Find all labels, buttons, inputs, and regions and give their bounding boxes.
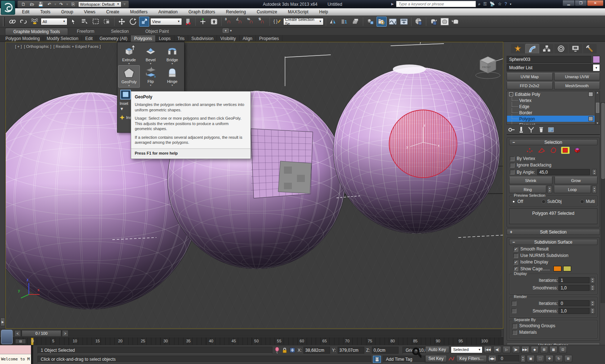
update-options-rollout-header[interactable]: −Update Options: [507, 342, 600, 345]
add-keys-icon[interactable]: ⊞: [540, 346, 548, 353]
display-smoothness-field[interactable]: 1,0: [559, 285, 590, 291]
display-iterations-spinner[interactable]: ▲▼: [590, 277, 595, 283]
motion-tab[interactable]: [554, 44, 568, 53]
reference-coordinate-dropdown[interactable]: View▼: [150, 18, 182, 25]
ring-button[interactable]: Ring: [509, 186, 546, 193]
inset-dropdown-arrow[interactable]: ▼: [120, 106, 124, 111]
viewcube[interactable]: FRONT: [473, 52, 502, 81]
stack-item-edge[interactable]: Edge: [507, 103, 595, 110]
extrude-tool[interactable]: Extrude▼: [118, 44, 140, 65]
menu-item[interactable]: Rendering: [221, 8, 251, 15]
edge-subobject-icon[interactable]: [537, 147, 546, 154]
x-coordinate-field[interactable]: 38,682cm: [303, 347, 330, 354]
unlink-selection-icon[interactable]: [18, 17, 28, 27]
select-by-name-icon[interactable]: [80, 17, 90, 27]
new-key-curve-icon[interactable]: [448, 355, 455, 362]
open-file-button[interactable]: 🗁: [28, 1, 36, 7]
ribbon-subtab[interactable]: Loops: [156, 35, 174, 42]
viewport-layout-corner-button[interactable]: [1, 330, 13, 344]
by-angle-field[interactable]: 45,0: [537, 169, 590, 175]
shrink-button[interactable]: Shrink: [509, 177, 552, 184]
cage-color-swatch-2[interactable]: [563, 266, 571, 271]
expand-panel-arrow[interactable]: ▶: [0, 318, 5, 326]
search-icon[interactable]: ⌕: [478, 1, 481, 6]
workspace-dropdown[interactable]: Workspace: Default▼: [78, 1, 121, 7]
viewport-menu-plus[interactable]: [ + ]: [15, 44, 22, 49]
bridge-dropdown-arrow[interactable]: ▼: [171, 62, 174, 65]
mirror-icon[interactable]: [328, 17, 338, 27]
display-tab[interactable]: [569, 44, 582, 53]
orbit-view-icon[interactable]: ↻: [555, 355, 563, 362]
graphite-ribbon-toggle-icon[interactable]: [365, 17, 375, 27]
flip-tool[interactable]: Flip▼: [140, 65, 161, 88]
ribbon-tab[interactable]: Object Paint: [137, 28, 177, 35]
previous-frame-button[interactable]: ◀|: [493, 346, 501, 353]
smooth-result-checkbox[interactable]: ✓: [513, 247, 518, 252]
named-selection-dropdown[interactable]: Create Selection Se▼: [283, 18, 324, 25]
object-name-field[interactable]: Sphere003: [507, 56, 591, 63]
menu-item[interactable]: Modifiers: [125, 8, 153, 15]
ribbon-subtab[interactable]: Polygons: [131, 35, 155, 42]
selection-filter-dropdown[interactable]: All▼: [41, 18, 67, 25]
previous-frame-arrow[interactable]: <: [14, 330, 21, 337]
ribbon-tab[interactable]: Selection: [103, 28, 137, 35]
bevel-tool[interactable]: Bevel▼: [140, 44, 161, 65]
stack-scrollbar[interactable]: ▲▼: [595, 91, 600, 124]
qat-customize-arrow[interactable]: ▼: [123, 2, 126, 6]
key-filters-button[interactable]: Key Filters...: [456, 355, 487, 362]
grow-button[interactable]: Grow: [555, 177, 598, 184]
absolute-offset-toggle-icon[interactable]: [289, 347, 296, 354]
ignore-backfacing-checkbox[interactable]: [510, 163, 515, 168]
ribbon-subtab[interactable]: Visibility: [217, 35, 239, 42]
menu-item[interactable]: Edit: [17, 8, 35, 15]
modify-tab[interactable]: [525, 44, 539, 53]
render-smoothness-field[interactable]: 1,0: [559, 308, 590, 314]
extrude-dropdown-arrow[interactable]: ▼: [128, 62, 130, 65]
maximize-button[interactable]: ❐: [575, 0, 587, 6]
curve-editor-icon[interactable]: [388, 17, 398, 27]
frame-spinner[interactable]: ▲▼: [521, 355, 525, 362]
search-input[interactable]: [396, 1, 476, 7]
window-crossing-toggle-icon[interactable]: [102, 17, 112, 27]
menu-item[interactable]: Customize: [251, 8, 283, 15]
configure-modifier-sets-icon[interactable]: [548, 126, 555, 133]
selection-rollout-header[interactable]: −Selection: [509, 139, 597, 145]
set-key-button[interactable]: Set Key: [425, 355, 447, 362]
isoline-display-checkbox[interactable]: ✓: [513, 260, 518, 265]
stack-onoff-swatch[interactable]: [588, 116, 593, 121]
use-pivot-point-icon[interactable]: [183, 17, 193, 27]
selection-lock-icon[interactable]: [282, 347, 288, 354]
modifier-list-dropdown[interactable]: Modifier List ▼: [507, 64, 600, 71]
selection-lock-balloon-icon[interactable]: [274, 347, 280, 354]
auto-key-button[interactable]: Auto Key: [425, 346, 449, 353]
render-iterations-checkbox[interactable]: [512, 301, 516, 306]
by-vertex-checkbox[interactable]: [510, 156, 515, 161]
by-angle-spinner[interactable]: ▲▼: [592, 169, 597, 175]
select-object-icon[interactable]: [68, 17, 79, 27]
menu-item[interactable]: Tools: [35, 8, 56, 15]
display-iterations-field[interactable]: 1: [559, 277, 590, 283]
z-coordinate-field[interactable]: 0,0cm: [372, 347, 399, 354]
render-smoothness-checkbox[interactable]: [512, 308, 516, 313]
hierarchy-tab[interactable]: [540, 44, 553, 53]
scene-explorer-icon[interactable]: [377, 17, 387, 27]
hinge-tool[interactable]: Hinge▼: [161, 65, 183, 88]
time-slider-track[interactable]: [14, 330, 501, 337]
loop-spinner[interactable]: ▲▼: [592, 186, 597, 193]
isolate-selection-icon[interactable]: ▣: [527, 355, 535, 362]
next-frame-arrow[interactable]: >: [62, 330, 68, 337]
ribbon-subtab[interactable]: Geometry (All): [96, 35, 131, 42]
menu-item[interactable]: Create: [101, 8, 125, 15]
geopoly-tool[interactable]: GeoPoly▼: [118, 65, 140, 88]
maxscript-mini-listener[interactable]: Welcome to M: [0, 345, 33, 364]
viewport-menu-view[interactable]: [ Orthographic ]: [24, 44, 52, 49]
collapse-minus-icon[interactable]: −: [509, 92, 513, 96]
loop-button[interactable]: Loop: [554, 186, 591, 193]
ribbon-subtab[interactable]: Subdivision: [188, 35, 217, 42]
by-angle-checkbox[interactable]: [510, 170, 515, 174]
open-mini-curve-editor-icon[interactable]: ⊟: [15, 339, 26, 344]
ribbon-subtab[interactable]: Modify Selection: [43, 35, 82, 42]
time-configuration-icon[interactable]: ⊡: [559, 346, 567, 353]
geopoly-dropdown-arrow[interactable]: ▼: [128, 84, 130, 87]
stack-onoff-swatch[interactable]: [588, 92, 593, 97]
